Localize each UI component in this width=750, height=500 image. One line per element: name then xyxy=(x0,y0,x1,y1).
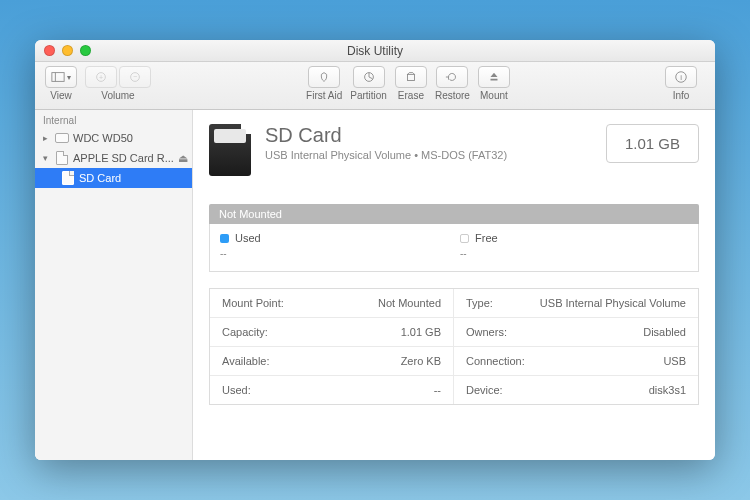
detail-row: Available:Zero KB xyxy=(210,347,453,376)
erase-icon xyxy=(404,70,418,84)
free-label: Free xyxy=(475,232,498,244)
sidebar-item-apple-sd[interactable]: ▾ APPLE SD Card R... ⏏ xyxy=(35,148,192,168)
volume-remove-icon: − xyxy=(128,70,142,84)
body: Internal ▸ WDC WD50 ▾ APPLE SD Card R...… xyxy=(35,110,715,460)
sd-card-large-icon xyxy=(209,124,251,176)
info-label: Info xyxy=(673,90,690,101)
sd-card-icon xyxy=(61,171,75,185)
sidebar-item-label: SD Card xyxy=(79,172,188,184)
sidebar-item-label: WDC WD50 xyxy=(73,132,188,144)
usage-bar: Used -- Free -- xyxy=(209,224,699,272)
first-aid-label: First Aid xyxy=(306,90,342,101)
sidebar-item-wdc[interactable]: ▸ WDC WD50 xyxy=(35,128,192,148)
sd-card-icon xyxy=(55,151,69,165)
volume-remove-button[interactable]: − xyxy=(119,66,151,88)
restore-icon xyxy=(445,70,459,84)
svg-text:+: + xyxy=(99,74,103,81)
usage-free: Free -- xyxy=(460,232,660,259)
mount-button[interactable] xyxy=(478,66,510,88)
disk-utility-window: Disk Utility ▾ View + − Volume xyxy=(35,40,715,460)
first-aid-icon xyxy=(317,70,331,84)
hard-drive-icon xyxy=(55,131,69,145)
sidebar: Internal ▸ WDC WD50 ▾ APPLE SD Card R...… xyxy=(35,110,193,460)
partition-icon xyxy=(362,70,376,84)
sidebar-item-label: APPLE SD Card R... xyxy=(73,152,174,164)
mount-icon xyxy=(487,70,501,84)
chevron-down-icon: ▾ xyxy=(67,73,71,82)
partition-button[interactable] xyxy=(353,66,385,88)
sidebar-item-sd-card[interactable]: SD Card xyxy=(35,168,192,188)
volume-add-button[interactable]: + xyxy=(85,66,117,88)
partition-label: Partition xyxy=(350,90,387,101)
window-title: Disk Utility xyxy=(35,44,715,58)
content-pane: SD Card USB Internal Physical Volume • M… xyxy=(193,110,715,460)
detail-row: Device:disk3s1 xyxy=(454,376,698,404)
info-button[interactable]: i xyxy=(665,66,697,88)
erase-label: Erase xyxy=(398,90,424,101)
zoom-button[interactable] xyxy=(80,45,91,56)
disclosure-triangle-icon[interactable]: ▾ xyxy=(43,153,51,163)
restore-button[interactable] xyxy=(436,66,468,88)
volume-size-box: 1.01 GB xyxy=(606,124,699,163)
sidebar-icon xyxy=(51,70,65,84)
volume-name: SD Card xyxy=(265,124,592,147)
svg-text:−: − xyxy=(133,73,137,80)
usage-used: Used -- xyxy=(220,232,420,259)
svg-rect-7 xyxy=(407,74,414,80)
mount-label: Mount xyxy=(480,90,508,101)
details-table: Mount Point:Not Mounted Capacity:1.01 GB… xyxy=(209,288,699,405)
volume-status: Not Mounted xyxy=(209,204,699,224)
used-value: -- xyxy=(220,248,420,259)
detail-row: Mount Point:Not Mounted xyxy=(210,289,453,318)
restore-label: Restore xyxy=(435,90,470,101)
volume-label: Volume xyxy=(101,90,134,101)
used-swatch-icon xyxy=(220,234,229,243)
eject-icon[interactable]: ⏏ xyxy=(178,152,188,165)
volume-header: SD Card USB Internal Physical Volume • M… xyxy=(209,124,699,176)
traffic-lights xyxy=(35,45,91,56)
used-label: Used xyxy=(235,232,261,244)
detail-row: Capacity:1.01 GB xyxy=(210,318,453,347)
view-button[interactable]: ▾ xyxy=(45,66,77,88)
detail-row: Type:USB Internal Physical Volume xyxy=(454,289,698,318)
disclosure-triangle-icon[interactable]: ▸ xyxy=(43,133,51,143)
close-button[interactable] xyxy=(44,45,55,56)
volume-add-icon: + xyxy=(94,70,108,84)
view-label: View xyxy=(50,90,72,101)
titlebar: Disk Utility xyxy=(35,40,715,62)
svg-text:i: i xyxy=(680,73,682,82)
detail-row: Used:-- xyxy=(210,376,453,404)
svg-rect-8 xyxy=(490,79,497,81)
free-value: -- xyxy=(460,248,660,259)
info-icon: i xyxy=(674,70,688,84)
first-aid-button[interactable] xyxy=(308,66,340,88)
toolbar: ▾ View + − Volume First Aid xyxy=(35,62,715,110)
volume-subtitle: USB Internal Physical Volume • MS-DOS (F… xyxy=(265,149,592,161)
erase-button[interactable] xyxy=(395,66,427,88)
svg-rect-0 xyxy=(52,73,64,82)
detail-row: Owners:Disabled xyxy=(454,318,698,347)
sidebar-section-internal: Internal xyxy=(35,110,192,128)
free-swatch-icon xyxy=(460,234,469,243)
detail-row: Connection:USB xyxy=(454,347,698,376)
minimize-button[interactable] xyxy=(62,45,73,56)
